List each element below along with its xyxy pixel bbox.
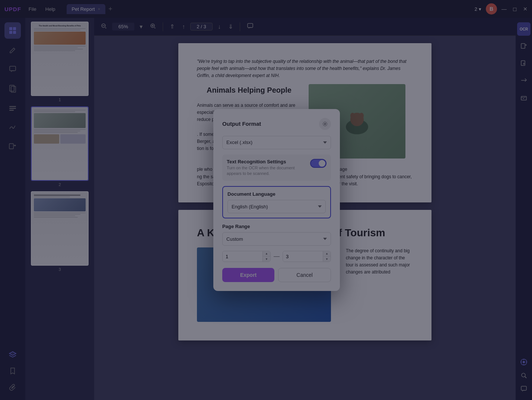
modal-overlay <box>0 0 532 400</box>
